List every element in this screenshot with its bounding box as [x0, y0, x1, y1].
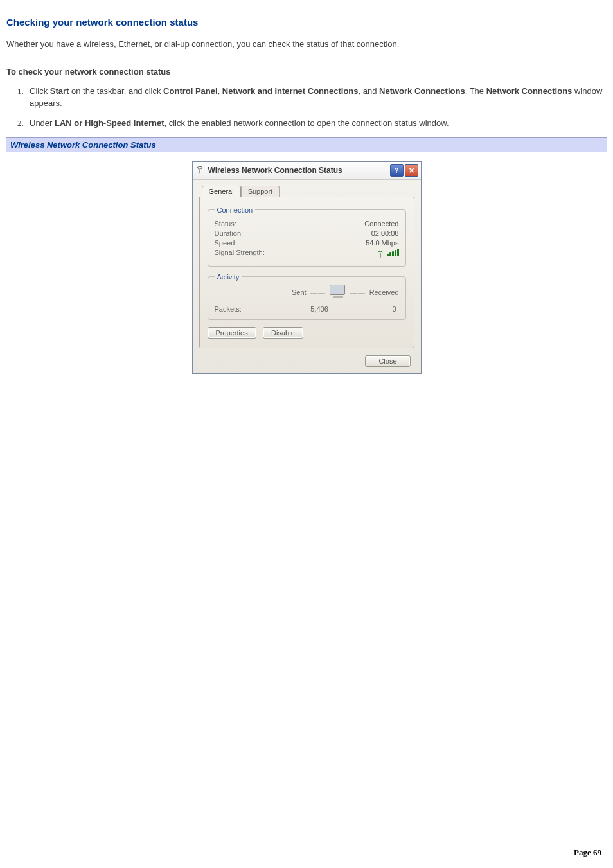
- help-button[interactable]: ?: [390, 164, 404, 177]
- steps-list: Click Start on the taskbar, and click Co…: [26, 85, 607, 130]
- tab-support[interactable]: Support: [241, 186, 280, 197]
- connection-status-dialog: Wireless Network Connection Status ? ✕ G…: [192, 161, 422, 374]
- tab-strip: General Support: [202, 186, 414, 197]
- properties-button[interactable]: Properties: [208, 327, 256, 339]
- bold: Network and Internet Connections: [222, 86, 359, 96]
- activity-header: Sent —— —— Received: [215, 285, 399, 300]
- packets-row: Packets: 5,406 0: [215, 305, 399, 313]
- close-icon[interactable]: ✕: [405, 164, 418, 177]
- duration-value: 02:00:08: [371, 229, 399, 237]
- close-button[interactable]: Close: [365, 355, 410, 367]
- speed-value: 54.0 Mbps: [366, 239, 398, 247]
- tab-pane-general: Connection Status: Connected Duration: 0…: [199, 197, 414, 348]
- disable-button[interactable]: Disable: [263, 327, 303, 339]
- group-legend: Connection: [215, 206, 256, 214]
- step-1: Click Start on the taskbar, and click Co…: [26, 85, 607, 110]
- text: Click: [30, 86, 50, 96]
- wireless-antenna-icon: [195, 166, 204, 175]
- status-label: Status:: [215, 220, 236, 227]
- titlebar: Wireless Network Connection Status ? ✕: [193, 162, 421, 180]
- page-number: 69: [593, 847, 601, 857]
- intro-paragraph: Whether you have a wireless, Ethernet, o…: [6, 39, 607, 49]
- bold: Start: [50, 86, 69, 96]
- packets-label: Packets:: [215, 305, 272, 313]
- packets-received-value: 0: [339, 305, 399, 313]
- text: Under: [30, 118, 55, 128]
- text: ,: [218, 86, 222, 96]
- received-label: Received: [369, 288, 399, 296]
- signal-strength-icon: [377, 249, 398, 258]
- group-legend: Activity: [215, 273, 242, 281]
- signal-row: Signal Strength:: [215, 249, 399, 258]
- dialog-title: Wireless Network Connection Status: [208, 166, 389, 175]
- activity-group: Activity Sent —— —— Received: [208, 273, 406, 320]
- text: on the taskbar, and click: [69, 86, 163, 96]
- connection-group: Connection Status: Connected Duration: 0…: [208, 206, 406, 267]
- computer-icon: [330, 285, 346, 300]
- duration-row: Duration: 02:00:08: [215, 229, 399, 237]
- close-row: Close: [199, 355, 414, 367]
- duration-label: Duration:: [215, 229, 244, 237]
- button-row: Properties Disable: [208, 326, 406, 339]
- speed-label: Speed:: [215, 239, 237, 247]
- status-value: Connected: [364, 220, 398, 227]
- tab-general[interactable]: General: [202, 186, 241, 197]
- procedure-subhead: To check your network connection status: [6, 67, 607, 76]
- text: , click the enabled network connection t…: [164, 118, 449, 128]
- step-2: Under LAN or High-Speed Internet, click …: [26, 118, 607, 130]
- speed-row: Speed: 54.0 Mbps: [215, 239, 399, 247]
- bold: Network Connections: [486, 86, 573, 96]
- sent-label: Sent: [292, 288, 306, 296]
- signal-label: Signal Strength:: [215, 249, 265, 258]
- text: . The: [465, 86, 486, 96]
- figure-caption-bar: Wireless Network Connection Status: [6, 137, 607, 152]
- dialog-body: General Support Connection Status: Conne…: [193, 180, 421, 373]
- page-label: Page: [574, 847, 593, 857]
- packets-sent-value: 5,406: [271, 305, 339, 313]
- dashes: ——: [310, 288, 326, 296]
- page-footer: Page 69: [574, 847, 601, 858]
- bold: Network Connections: [379, 86, 465, 96]
- signal-bars-icon: [387, 249, 399, 256]
- text: , and: [359, 86, 380, 96]
- bold: LAN or High-Speed Internet: [55, 118, 164, 128]
- section-heading: Checking your network connection status: [6, 17, 607, 28]
- dashes: ——: [350, 288, 366, 296]
- status-row: Status: Connected: [215, 220, 399, 227]
- bold: Control Panel: [163, 86, 218, 96]
